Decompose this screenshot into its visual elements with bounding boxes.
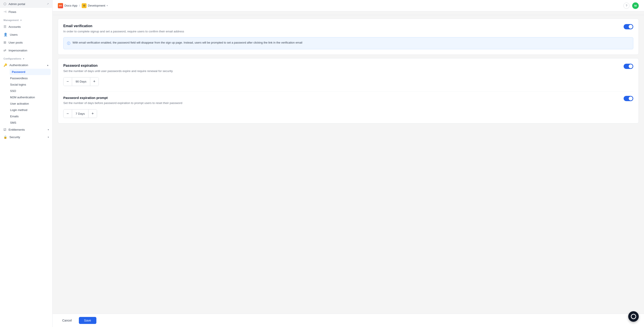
app-icon: DO bbox=[58, 3, 63, 8]
sidebar-item-impersonation[interactable]: ⇄ Impersonation bbox=[0, 46, 52, 54]
breadcrumb: DO Docs-App / ⚙ Development ▾ bbox=[58, 3, 108, 8]
security-icon: 🔒 bbox=[4, 135, 7, 139]
sidebar-subitem-passwordless[interactable]: Passwordless bbox=[8, 75, 52, 81]
password-expiration-toggle-slider bbox=[624, 64, 633, 69]
env-chevron-icon: ▾ bbox=[107, 4, 108, 7]
breadcrumb-app: DO Docs-App bbox=[58, 3, 77, 8]
entitlements-chevron-icon: ▾ bbox=[48, 128, 49, 131]
security-chevron-icon: ▾ bbox=[48, 136, 49, 138]
password-expiration-stepper: − 90 Days + bbox=[63, 77, 99, 86]
user-pools-icon: ⊞ bbox=[4, 40, 6, 44]
users-icon: 👤 bbox=[4, 33, 8, 36]
password-expiration-prompt-section: Password expiration prompt Set the numbe… bbox=[63, 91, 633, 118]
authentication-chevron-icon: ▲ bbox=[47, 64, 49, 66]
password-expiration-decrement-button[interactable]: − bbox=[64, 77, 72, 86]
info-icon: ⓘ bbox=[67, 41, 70, 46]
entitlements-icon: ☑ bbox=[4, 128, 6, 131]
sidebar-subitem-sso[interactable]: SSO bbox=[8, 88, 52, 94]
sidebar-subitem-sms[interactable]: SMS bbox=[8, 119, 52, 126]
save-button[interactable]: Save bbox=[79, 317, 96, 324]
sidebar-item-entitlements[interactable]: ☑ Entitlements ▾ bbox=[0, 126, 52, 133]
sidebar-subitem-password[interactable]: Password bbox=[10, 69, 50, 75]
external-link-icon: ↗ bbox=[47, 2, 49, 5]
email-verification-title: Email verification bbox=[63, 24, 184, 28]
sidebar-item-users[interactable]: 👤 Users bbox=[0, 31, 52, 38]
password-expiration-prompt-value: 7 Days bbox=[72, 109, 88, 118]
password-expiration-desc: Set the number of days until user passwo… bbox=[63, 69, 173, 73]
password-expiration-prompt-toggle-slider bbox=[624, 96, 633, 101]
management-chevron: ▾ bbox=[20, 19, 22, 21]
avatar[interactable]: NI bbox=[632, 2, 639, 9]
password-expiration-prompt-stepper: − 7 Days + bbox=[63, 109, 97, 118]
env-icon: ⚙ bbox=[82, 3, 86, 8]
sidebar-item-accounts[interactable]: ☰ Accounts bbox=[0, 23, 52, 31]
password-expiration-prompt-toggle[interactable] bbox=[624, 96, 633, 101]
sidebar-item-authentication[interactable]: 🔑 Authentication ▲ bbox=[0, 61, 52, 69]
email-verification-header: Email verification In order to complete … bbox=[63, 24, 633, 34]
password-expiration-prompt-title: Password expiration prompt bbox=[63, 96, 182, 100]
email-verification-toggle[interactable] bbox=[624, 24, 633, 29]
main-content: DO Docs-App / ⚙ Development ▾ ? NI bbox=[52, 0, 644, 327]
footer: Cancel Save bbox=[52, 314, 644, 327]
accounts-icon: ☰ bbox=[4, 25, 6, 29]
header-right: ? NI bbox=[624, 2, 639, 9]
email-verification-info-text: With email verification enabled, the pas… bbox=[72, 40, 302, 45]
admin-portal-icon: ⬡ bbox=[4, 2, 6, 6]
authentication-subnav: Password Passwordless Social logins SSO … bbox=[0, 69, 52, 126]
header: DO Docs-App / ⚙ Development ▾ ? NI bbox=[52, 0, 644, 11]
sidebar: ⬡ Admin portal ↗ ⊣ Flows Management ▾ ☰ … bbox=[0, 0, 52, 327]
password-expiration-card: Password expiration Set the number of da… bbox=[58, 58, 639, 124]
flows-icon: ⊣ bbox=[4, 10, 6, 14]
sidebar-subitem-emails[interactable]: Emails bbox=[8, 113, 52, 119]
app-name: Docs-App bbox=[64, 4, 77, 7]
breadcrumb-separator: / bbox=[79, 4, 80, 7]
email-verification-desc: In order to complete signup and set a pa… bbox=[63, 29, 184, 34]
env-name: Development bbox=[88, 4, 105, 7]
authentication-icon: 🔑 bbox=[4, 63, 7, 67]
password-expiration-toggle[interactable] bbox=[624, 64, 633, 69]
email-verification-toggle-slider bbox=[624, 24, 633, 29]
chat-support-button[interactable] bbox=[628, 311, 639, 322]
sidebar-subitem-social-logins[interactable]: Social logins bbox=[8, 81, 52, 88]
configurations-section-label: Configurations ▾ bbox=[0, 54, 52, 61]
breadcrumb-env[interactable]: ⚙ Development ▾ bbox=[82, 3, 108, 8]
configurations-chevron: ▾ bbox=[23, 57, 24, 60]
impersonation-icon: ⇄ bbox=[4, 48, 6, 52]
password-expiration-increment-button[interactable]: + bbox=[90, 77, 98, 86]
help-button[interactable]: ? bbox=[624, 3, 630, 9]
management-section-label: Management ▾ bbox=[0, 16, 52, 23]
chat-bubble-icon bbox=[631, 314, 636, 319]
sidebar-subitem-login-method[interactable]: Login method bbox=[8, 107, 52, 113]
sidebar-item-security[interactable]: 🔒 Security ▾ bbox=[0, 133, 52, 141]
sidebar-item-user-pools[interactable]: ⊞ User pools bbox=[0, 38, 52, 46]
email-verification-card: Email verification In order to complete … bbox=[58, 18, 639, 55]
password-expiration-value: 90 Days bbox=[72, 77, 90, 86]
password-expiration-prompt-increment-button[interactable]: + bbox=[88, 109, 97, 118]
password-expiration-prompt-header: Password expiration prompt Set the numbe… bbox=[63, 96, 633, 105]
sidebar-item-flows[interactable]: ⊣ Flows bbox=[0, 8, 52, 16]
password-expiration-prompt-decrement-button[interactable]: − bbox=[64, 109, 72, 118]
password-expiration-title: Password expiration bbox=[63, 64, 173, 68]
sidebar-subitem-m2m[interactable]: M2M authentication bbox=[8, 94, 52, 100]
content-area: Email verification In order to complete … bbox=[52, 11, 644, 314]
email-verification-info-box: ⓘ With email verification enabled, the p… bbox=[63, 37, 633, 49]
cancel-button[interactable]: Cancel bbox=[58, 317, 76, 324]
password-expiration-header: Password expiration Set the number of da… bbox=[63, 64, 633, 73]
sidebar-item-admin-portal[interactable]: ⬡ Admin portal ↗ bbox=[0, 0, 52, 8]
password-expiration-prompt-desc: Set the number of days before password e… bbox=[63, 101, 182, 105]
sidebar-subitem-user-activation[interactable]: User activation bbox=[8, 100, 52, 107]
